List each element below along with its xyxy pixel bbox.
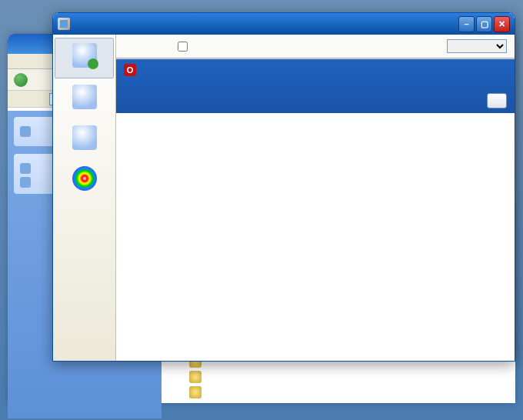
sidebar-item-change-remove[interactable] — [55, 38, 114, 78]
windows-icon — [20, 163, 31, 174]
sidebar-item-install[interactable] — [55, 80, 114, 119]
sidebar-item-windows-components[interactable] — [55, 121, 114, 160]
selected-program[interactable] — [116, 59, 515, 113]
remove-button[interactable] — [487, 93, 507, 108]
addremove-window: – ▢ ✕ — [52, 12, 515, 362]
program-list-area — [116, 35, 515, 361]
cpl-icon — [189, 386, 202, 398]
app-icon — [58, 18, 70, 30]
titlebar[interactable]: – ▢ ✕ — [53, 13, 515, 35]
show-updates-checkbox[interactable] — [178, 42, 188, 52]
back-icon[interactable] — [14, 73, 28, 87]
folder-icon — [20, 126, 31, 137]
support-link[interactable] — [142, 79, 501, 88]
cpl-icon — [189, 371, 202, 383]
program-list[interactable] — [116, 58, 515, 361]
sort-select[interactable] — [447, 39, 507, 53]
opera-icon — [124, 64, 136, 76]
category-sidebar — [53, 35, 116, 361]
close-button[interactable]: ✕ — [494, 16, 510, 32]
help-icon — [20, 177, 31, 188]
sidebar-item-defaults[interactable] — [55, 162, 114, 201]
maximize-button[interactable]: ▢ — [476, 16, 492, 32]
show-updates-check[interactable] — [178, 42, 191, 52]
list-header — [116, 35, 515, 58]
minimize-button[interactable]: – — [458, 16, 475, 32]
